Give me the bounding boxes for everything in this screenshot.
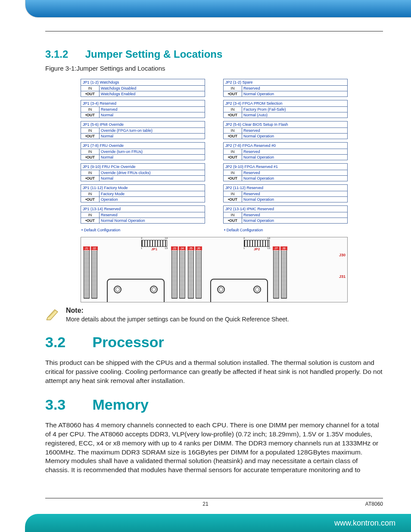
jumper-header: JP1 (1-2) Watchdogs bbox=[81, 79, 205, 86]
jumper-row-in: INReserved bbox=[81, 107, 205, 112]
heading-3-1-2: 3.1.2 Jumper Setting & Locations bbox=[45, 48, 383, 60]
figure-caption: Figure 3-1:Jumper Settings and Locations bbox=[45, 65, 383, 72]
jumper-row-out: OUTNormal Operation bbox=[224, 218, 347, 223]
jumper-row-out: OUTNormal Operation bbox=[224, 196, 347, 202]
heading-title: Processor bbox=[92, 334, 164, 350]
jumper-row-in: INReserved bbox=[224, 170, 347, 175]
slot-j5: J5 bbox=[188, 247, 194, 299]
jumper-row-out: OUTNormal (Auto) bbox=[224, 112, 347, 118]
jumper-box: JP2 (11-12) ReservedINReservedOUTNormal … bbox=[223, 184, 348, 202]
jumper-row-in: INReserved bbox=[224, 212, 347, 218]
jumper-header: JP2 (9-10) FPGA Reserved #1 bbox=[224, 164, 347, 170]
jumper-row-out: OUTNormal Operation bbox=[224, 133, 347, 139]
memory-paragraph: The AT8060 has 4 memory channels connect… bbox=[45, 421, 383, 475]
footer-banner: www.kontron.com bbox=[25, 514, 411, 532]
jumper-header: JP2 (3-4) FPGA PROM Selection bbox=[224, 100, 347, 107]
jumper-row-out: OUTNormal bbox=[81, 154, 205, 160]
slot-j1: J1 bbox=[84, 247, 90, 299]
jumper-header: JP1 (11-12) Factory Mode bbox=[81, 185, 205, 191]
page-number: 21 bbox=[0, 501, 411, 507]
jumper-row-out: OUTNormal bbox=[81, 133, 205, 139]
jumper-box: JP2 (13-14) IPMC ReservedINReservedOUTNo… bbox=[223, 205, 348, 224]
note-title: Note: bbox=[66, 307, 289, 314]
processor-paragraph: This product can be shipped with the CPU… bbox=[45, 358, 383, 385]
footer-rule bbox=[45, 498, 383, 498]
jumper-row-out: OUTNormal bbox=[81, 175, 205, 181]
jumper-box: JP1 (5-6) IPMI OverrideINOverride (FPGA … bbox=[81, 121, 205, 139]
jp2-header: 2 14 1 13 JP2 bbox=[244, 240, 270, 247]
heading-title: Memory bbox=[92, 396, 148, 413]
jumper-header: JP1 (9-10) FRU PCIe Override bbox=[81, 164, 205, 170]
jumper-box: JP1 (13-14) ReservedINReservedOUTNormal … bbox=[81, 205, 205, 224]
jp2-column: JP2 (1-2) SpareINReservedOUTNormal Opera… bbox=[223, 79, 348, 233]
slot-j6: J6 bbox=[196, 247, 202, 299]
jumper-row-in: INReserved bbox=[81, 212, 205, 218]
heading-title: Jumper Setting & Locations bbox=[85, 48, 223, 60]
jumper-row-in: INWatchdogs Disabled bbox=[81, 86, 205, 91]
jumper-row-out: OUTWatchdogs Enabled bbox=[81, 91, 205, 96]
heading-number: 3.1.2 bbox=[45, 48, 82, 60]
note-block: Note: More details about the jumper sett… bbox=[45, 307, 383, 323]
footer-url: www.kontron.com bbox=[334, 519, 395, 528]
jumper-box: JP1 (3-4) ReservedINReservedOUTNormal bbox=[81, 100, 205, 118]
slot-j7: J7 bbox=[273, 247, 279, 299]
jumper-row-in: INReserved bbox=[224, 149, 347, 154]
jumper-box: JP1 (9-10) FRU PCIe OverrideINOverride (… bbox=[81, 163, 205, 181]
jumper-row-out: OUTOperation bbox=[81, 196, 205, 202]
jumper-header: JP1 (5-6) IPMI Override bbox=[81, 121, 205, 128]
jumper-row-in: INFactory Prom (Fail-Safe) bbox=[224, 107, 347, 112]
jumper-row-in: INFactory Mode bbox=[81, 191, 205, 196]
figure-3-1-diagram: JP1 (1-2) WatchdogsINWatchdogs DisabledO… bbox=[81, 79, 348, 302]
board-layout: J1 J2 2 14 1 13 JP1 J3 J4 J5 J6 2 14 bbox=[81, 237, 348, 302]
jumper-header: JP2 (13-14) IPMC Reserved bbox=[224, 206, 347, 212]
slot-j8: J8 bbox=[281, 247, 287, 299]
jumper-box: JP1 (1-2) WatchdogsINWatchdogs DisabledO… bbox=[81, 79, 205, 97]
jumper-header: JP1 (13-14) Reserved bbox=[81, 206, 205, 212]
jumper-row-in: INOverride (drive FRUs clocks) bbox=[81, 170, 205, 175]
heading-number: 3.3 bbox=[45, 396, 88, 413]
slot-j3: J3 bbox=[171, 247, 177, 299]
note-icon bbox=[45, 307, 60, 321]
slot-j4: J4 bbox=[179, 247, 185, 299]
doc-model: AT8060 bbox=[365, 501, 383, 507]
default-config-label: • Default Configuration bbox=[223, 227, 348, 233]
jumper-row-in: INOverride (FPGA turn-on table) bbox=[81, 128, 205, 133]
jumper-box: JP2 (3-4) FPGA PROM SelectionINFactory P… bbox=[223, 100, 348, 118]
jumper-header: JP2 (11-12) Reserved bbox=[224, 185, 347, 191]
jumper-header: JP2 (1-2) Spare bbox=[224, 79, 347, 86]
jumper-box: JP1 (7-8) FRU OverrideINOverride (turn-o… bbox=[81, 142, 205, 160]
default-config-label: • Default Configuration bbox=[81, 227, 205, 233]
jumper-row-in: INReserved bbox=[224, 128, 347, 133]
jumper-box: JP2 (1-2) SpareINReservedOUTNormal Opera… bbox=[223, 79, 348, 97]
jumper-header: JP1 (3-4) Reserved bbox=[81, 100, 205, 107]
jumper-header: JP2 (5-6) Clear BIOS Setup In Flash bbox=[224, 121, 347, 128]
header-banner bbox=[25, 0, 411, 18]
cpu-socket-2 bbox=[210, 279, 268, 302]
jumper-row-out: OUTNormal bbox=[81, 112, 205, 118]
jumper-row-in: INReserved bbox=[224, 191, 347, 196]
jp1-column: JP1 (1-2) WatchdogsINWatchdogs DisabledO… bbox=[81, 79, 205, 233]
jumper-row-out: OUTNormal Operation bbox=[224, 154, 347, 160]
heading-3-3: 3.3 Memory bbox=[45, 396, 383, 413]
jumper-row-in: INOverride (turn-on FRUs) bbox=[81, 149, 205, 154]
jumper-box: JP2 (7-8) FPGA Reserved #0INReservedOUTN… bbox=[223, 142, 348, 160]
jumper-row-in: INReserved bbox=[224, 86, 347, 91]
heading-number: 3.2 bbox=[45, 334, 88, 351]
jumper-box: JP1 (11-12) Factory ModeINFactory ModeOU… bbox=[81, 184, 205, 202]
heading-3-2: 3.2 Processor bbox=[45, 334, 383, 351]
jumper-box: JP2 (5-6) Clear BIOS Setup In FlashINRes… bbox=[223, 121, 348, 139]
jp1-header: 2 14 1 13 JP1 bbox=[141, 240, 167, 247]
top-rule bbox=[45, 31, 383, 31]
jumper-row-out: OUTNormal Operation bbox=[224, 175, 347, 181]
note-body: More details about the jumper settings c… bbox=[66, 316, 289, 323]
jumper-row-out: OUTNormal Normal Operation bbox=[81, 218, 205, 223]
jumper-header: JP2 (7-8) FPGA Reserved #0 bbox=[224, 143, 347, 149]
jumper-header: JP1 (7-8) FRU Override bbox=[81, 143, 205, 149]
slot-j2: J2 bbox=[91, 247, 97, 299]
jumper-row-out: OUTNormal Operation bbox=[224, 91, 347, 96]
cpu-socket-1 bbox=[107, 279, 165, 302]
jumper-box: JP2 (9-10) FPGA Reserved #1INReservedOUT… bbox=[223, 163, 348, 181]
